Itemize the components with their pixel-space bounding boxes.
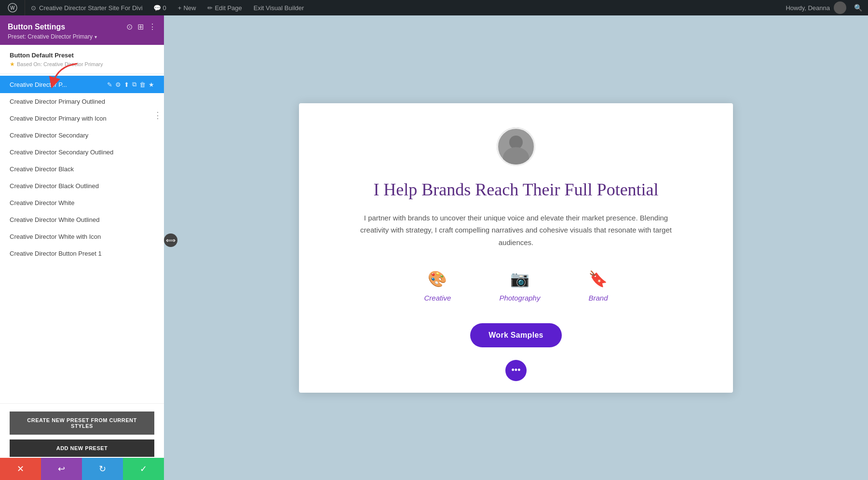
caret-icon: ▾: [95, 34, 97, 40]
edit-page-button[interactable]: ✏ Edit Page: [203, 0, 246, 15]
redo-button[interactable]: ↻: [82, 458, 123, 480]
list-item[interactable]: Creative Director White with Icon: [0, 228, 164, 245]
exit-visual-builder-button[interactable]: Exit Visual Builder: [249, 0, 309, 15]
preset-label[interactable]: Preset: Creative Director Primary ▾: [8, 33, 156, 40]
preset-name: Creative Director White Outlined: [10, 216, 154, 223]
preset-name: Creative Director Black Outlined: [10, 182, 154, 190]
preset-list: Creative Director P... ✎ ⚙ ⬆ ⧉ 🗑 ★ Creat…: [0, 74, 164, 264]
list-item[interactable]: Creative Director Secondary Outlined: [0, 144, 164, 161]
preset-based-on: ★ Based On: Creative Director Primary: [10, 61, 154, 68]
site-name[interactable]: ⊙ Creative Director Starter Site For Div…: [25, 0, 149, 15]
panel-body: Button Default Preset ★ Based On: Creati…: [0, 45, 164, 403]
more-icon[interactable]: ⋮: [153, 110, 164, 121]
svg-text:W: W: [10, 5, 15, 11]
plus-icon: +: [178, 4, 182, 12]
brand-icon: 🔖: [588, 270, 608, 288]
delete-preset-icon[interactable]: 🗑: [139, 81, 146, 88]
based-on-text: Based On: Creative Director Primary: [17, 61, 103, 67]
arrow-icon: ⟺: [166, 236, 176, 244]
preset-label-text: Preset: Creative Director Primary: [8, 33, 93, 40]
avatar: [497, 127, 535, 166]
collapse-panel-button[interactable]: ⟺: [164, 233, 177, 247]
wp-logo[interactable]: W: [0, 0, 25, 15]
floating-dots-button[interactable]: •••: [505, 360, 527, 381]
divi-icon: ⊙: [31, 4, 36, 12]
comment-count[interactable]: 💬 0: [149, 0, 171, 15]
new-button[interactable]: + New: [173, 0, 201, 15]
page-subtext: I partner with brands to uncover their u…: [352, 212, 680, 249]
list-item[interactable]: Creative Director Button Preset 1: [0, 245, 164, 262]
list-item[interactable]: Creative Director Primary with Icon: [0, 110, 164, 127]
settings-preset-icon[interactable]: ⚙: [115, 81, 121, 88]
list-item[interactable]: Creative Director Black Outlined: [0, 178, 164, 194]
undo-button[interactable]: ↩: [41, 458, 82, 480]
admin-bar-items: 💬 0 + New ✏ Edit Page Exit Visual Builde…: [149, 0, 309, 15]
preset-name: Creative Director Primary with Icon: [10, 115, 154, 122]
list-item[interactable]: Creative Director Black: [0, 161, 164, 178]
add-preset-button[interactable]: ADD NEW PRESET: [10, 439, 154, 457]
creative-label: Creative: [424, 294, 451, 302]
save-button[interactable]: ✓: [123, 458, 164, 480]
copy-preset-icon[interactable]: ⧉: [132, 81, 136, 88]
photography-label: Photography: [499, 294, 540, 302]
search-icon[interactable]: ⊙: [126, 22, 133, 31]
services-section: 🎨 Creative 📷 Photography 🔖 Brand: [424, 270, 608, 302]
creative-icon: 🎨: [428, 270, 447, 288]
wp-admin-bar: W ⊙ Creative Director Starter Site For D…: [0, 0, 868, 15]
page-card: I Help Brands Reach Their Full Potential…: [299, 103, 733, 393]
bottom-toolbar: ✕ ↩ ↻ ✓: [0, 458, 164, 480]
preset-name-active: Creative Director P...: [10, 81, 107, 88]
preset-default-title: Button Default Preset: [10, 52, 154, 59]
panel-header: Button Settings ⊙ ⊞ ⋮ Preset: Creative D…: [0, 15, 164, 45]
preset-actions: ✎ ⚙ ⬆ ⧉ 🗑 ★: [107, 81, 154, 88]
howdy-text: Howdy, Deanna: [786, 4, 830, 12]
brand-label: Brand: [588, 294, 608, 302]
panel-header-top: Button Settings ⊙ ⊞ ⋮: [8, 22, 156, 31]
panel-title: Button Settings: [8, 23, 65, 31]
preset-default-section: Button Default Preset ★ Based On: Creati…: [0, 45, 164, 74]
avatar[interactable]: [834, 1, 846, 14]
photography-icon: 📷: [510, 270, 529, 288]
edit-preset-icon[interactable]: ✎: [107, 81, 112, 88]
dots-icon: •••: [512, 365, 521, 375]
page-heading: I Help Brands Reach Their Full Potential: [373, 179, 658, 200]
preset-name: Creative Director Button Preset 1: [10, 250, 154, 257]
button-settings-panel: Button Settings ⊙ ⊞ ⋮ Preset: Creative D…: [0, 15, 164, 480]
pencil-icon: ✏: [207, 4, 213, 12]
upload-preset-icon[interactable]: ⬆: [124, 81, 129, 88]
close-button[interactable]: ✕: [0, 458, 41, 480]
service-creative: 🎨 Creative: [424, 270, 451, 302]
comment-icon: 💬: [153, 4, 161, 12]
create-preset-button[interactable]: CREATE NEW PRESET FROM CURRENT STYLES: [10, 411, 154, 435]
search-icon[interactable]: 🔍: [854, 4, 862, 12]
preset-item-active[interactable]: Creative Director P... ✎ ⚙ ⬆ ⧉ 🗑 ★: [0, 76, 164, 93]
star-preset-icon[interactable]: ★: [149, 81, 154, 88]
grid-icon[interactable]: ⊞: [137, 22, 144, 31]
list-item[interactable]: Creative Director White Outlined: [0, 211, 164, 228]
more-icon[interactable]: ⋮: [149, 22, 156, 31]
preset-name: Creative Director White with Icon: [10, 233, 154, 240]
service-brand: 🔖 Brand: [588, 270, 608, 302]
preset-name: Creative Director Black: [10, 165, 154, 173]
list-item[interactable]: Creative Director Secondary: [0, 127, 164, 144]
service-photography: 📷 Photography: [499, 270, 540, 302]
preset-name: Creative Director White: [10, 199, 154, 206]
list-item[interactable]: Creative Director Primary Outlined: [0, 93, 164, 110]
star-icon: ★: [10, 61, 15, 68]
preset-name: Creative Director Secondary: [10, 132, 154, 139]
work-samples-button[interactable]: Work Samples: [470, 323, 562, 347]
list-item[interactable]: Creative Director White: [0, 194, 164, 211]
preset-name: Creative Director Secondary Outlined: [10, 149, 154, 156]
howdy-section: Howdy, Deanna 🔍: [780, 1, 868, 14]
panel-header-icons: ⊙ ⊞ ⋮: [126, 22, 156, 31]
preset-name: Creative Director Primary Outlined: [10, 98, 154, 105]
avatar-image: [497, 127, 535, 166]
canvas-inner: I Help Brands Reach Their Full Potential…: [164, 15, 868, 480]
